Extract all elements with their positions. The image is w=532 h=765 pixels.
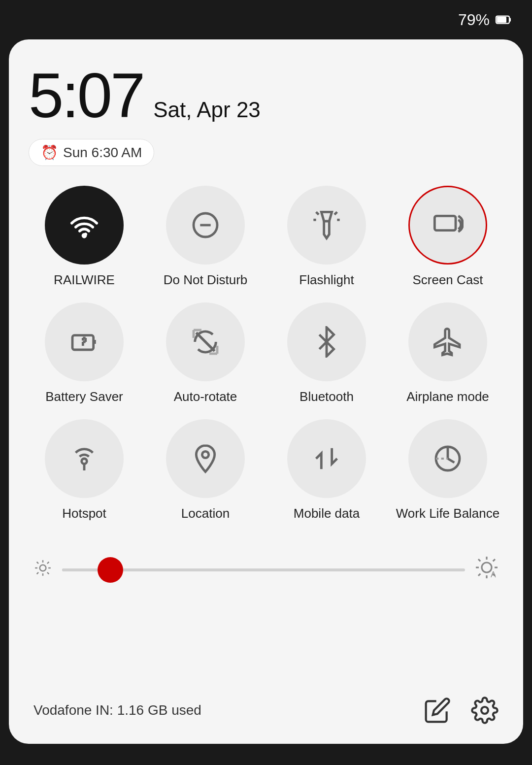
brightness-row: A	[29, 536, 503, 584]
settings-icon[interactable]	[471, 697, 499, 724]
tile-flashlight[interactable]: Flashlight	[271, 186, 382, 288]
tile-label-airplane: Airplane mode	[406, 389, 489, 404]
svg-point-2	[82, 233, 86, 237]
edit-icon[interactable]	[424, 697, 451, 724]
tile-icon-dnd	[166, 186, 245, 265]
tile-worklife[interactable]: Work Life Balance	[392, 419, 503, 521]
tile-airplane[interactable]: Airplane mode	[392, 302, 503, 404]
tile-label-flashlight: Flashlight	[299, 272, 354, 288]
svg-line-21	[196, 333, 214, 351]
svg-rect-10	[434, 216, 456, 230]
main-panel: 5:07 Sat, Apr 23 ⏰ Sun 6:30 AM RAILWIRE	[9, 39, 523, 744]
tile-dnd[interactable]: Do Not Disturb	[150, 186, 261, 288]
tile-icon-battery-saver	[45, 302, 124, 381]
airplane-icon	[432, 326, 464, 358]
flashlight-icon	[311, 209, 342, 241]
worklife-icon	[432, 443, 464, 474]
tile-icon-location	[166, 419, 245, 498]
tile-label-battery-saver: Battery Saver	[45, 389, 123, 404]
clock-section: 5:07 Sat, Apr 23	[29, 64, 503, 127]
svg-line-32	[37, 562, 38, 563]
tile-bluetooth[interactable]: Bluetooth	[271, 302, 382, 404]
tile-battery-saver[interactable]: Battery Saver	[29, 302, 140, 404]
location-icon	[190, 443, 221, 474]
battery-icon	[495, 11, 512, 29]
tile-label-mobiledata: Mobile data	[294, 506, 360, 521]
bottom-bar: Vodafone IN: 1.16 GB used	[9, 682, 523, 744]
svg-text:A: A	[491, 570, 496, 579]
svg-point-25	[202, 451, 208, 458]
tile-label-dnd: Do Not Disturb	[164, 272, 248, 288]
battery-percent: 79%	[458, 11, 490, 29]
tile-autorotate[interactable]: Auto-rotate	[150, 302, 261, 404]
alarm-icon: ⏰	[41, 144, 58, 161]
tile-label-hotspot: Hotspot	[62, 506, 106, 521]
tile-icon-airplane	[408, 302, 487, 381]
svg-line-7	[334, 212, 337, 214]
mobiledata-icon	[311, 443, 342, 474]
svg-line-35	[47, 562, 49, 563]
alarm-badge[interactable]: ⏰ Sun 6:30 AM	[29, 139, 154, 166]
autorotate-icon	[190, 326, 221, 358]
svg-point-22	[82, 459, 87, 464]
brightness-slider[interactable]	[62, 568, 465, 571]
svg-point-27	[40, 565, 46, 571]
tile-icon-hotspot	[45, 419, 124, 498]
wifi-icon	[68, 209, 100, 241]
tile-label-location: Location	[181, 506, 230, 521]
svg-line-6	[316, 212, 319, 214]
tile-icon-autorotate	[166, 302, 245, 381]
tile-screencast[interactable]: Screen Cast	[392, 186, 503, 288]
bluetooth-icon	[311, 326, 342, 358]
tiles-grid: RAILWIRE Do Not Disturb	[29, 186, 503, 521]
dnd-icon	[190, 209, 221, 241]
tile-hotspot[interactable]: Hotspot	[29, 419, 140, 521]
battery-info: 79%	[458, 11, 512, 29]
brightness-high-icon: A	[475, 556, 499, 584]
tile-icon-wifi	[45, 186, 124, 265]
brightness-low-icon	[33, 559, 52, 582]
svg-line-33	[47, 572, 49, 573]
tile-label-worklife: Work Life Balance	[396, 506, 500, 521]
tile-location[interactable]: Location	[150, 419, 261, 521]
tile-icon-mobiledata	[287, 419, 366, 498]
alarm-time: Sun 6:30 AM	[63, 145, 142, 161]
clock-time: 5:07	[29, 64, 143, 127]
tile-label-screencast: Screen Cast	[412, 272, 483, 288]
clock-date: Sat, Apr 23	[153, 98, 261, 122]
tile-icon-worklife	[408, 419, 487, 498]
svg-line-44	[493, 559, 495, 561]
tile-icon-screencast	[408, 186, 487, 265]
svg-rect-1	[497, 17, 507, 23]
svg-point-36	[482, 563, 492, 572]
tile-label-wifi: RAILWIRE	[54, 272, 115, 288]
tile-icon-bluetooth	[287, 302, 366, 381]
brightness-thumb[interactable]	[98, 557, 123, 583]
tile-label-autorotate: Auto-rotate	[174, 389, 237, 404]
svg-line-34	[37, 572, 38, 573]
hotspot-icon	[68, 443, 100, 474]
tile-icon-flashlight	[287, 186, 366, 265]
svg-point-46	[481, 707, 488, 714]
bottom-icons	[424, 697, 499, 724]
tile-wifi[interactable]: RAILWIRE	[29, 186, 140, 288]
svg-line-41	[478, 559, 480, 561]
screencast-icon	[432, 209, 464, 241]
svg-line-43	[478, 574, 480, 576]
network-info: Vodafone IN: 1.16 GB used	[33, 702, 201, 718]
tile-label-bluetooth: Bluetooth	[299, 389, 354, 404]
tile-mobiledata[interactable]: Mobile data	[271, 419, 382, 521]
status-bar: 79%	[0, 0, 532, 39]
battery-saver-icon	[68, 326, 100, 358]
